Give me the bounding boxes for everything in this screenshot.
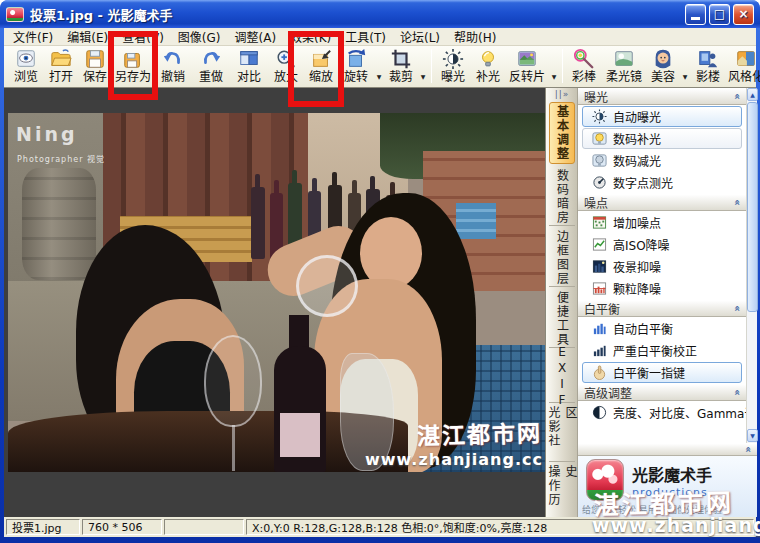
tab-exif[interactable]: EXIF (549, 351, 575, 403)
menu-forum[interactable]: 论坛(L) (393, 27, 447, 46)
collapse-chevron-icon[interactable]: « (731, 305, 742, 311)
compare-icon (237, 47, 261, 71)
app-icon (6, 7, 24, 22)
photo-watermark-url: www.zhanjiang.cc (365, 450, 543, 469)
stylize-button[interactable]: 风格化 (726, 47, 760, 87)
one-key-wb-item[interactable]: 白平衡一指键 (582, 362, 742, 383)
beauty-dropdown-arrow[interactable]: ▼ (680, 73, 690, 80)
scrollbar-thumb[interactable] (747, 102, 758, 312)
section-header-exposure[interactable]: 曝光« (578, 88, 746, 105)
crop-dropdown-arrow[interactable]: ▼ (418, 73, 428, 80)
auto-exposure-item[interactable]: 自动曝光 (582, 106, 742, 127)
brightness-contrast-gamma-item[interactable]: 亮度、对比度、Gamma调整 (582, 402, 742, 423)
menu-image[interactable]: 图像(G) (171, 27, 228, 46)
rotate-icon (344, 47, 368, 71)
collapse-chevron-icon[interactable]: « (731, 199, 742, 205)
panel-tab-strip: ||» 基本调整 数码暗房 边框图层 便捷工具 EXIF 光影社区 操作历史 (546, 88, 578, 517)
stylize-icon (734, 47, 758, 71)
section-header-noise[interactable]: 噪点« (578, 194, 746, 211)
crop-icon (389, 47, 413, 71)
toolbar-separator (431, 49, 432, 83)
save-button[interactable]: 保存 (78, 47, 112, 87)
browse-button[interactable]: 浏览 (8, 47, 44, 87)
menu-tools[interactable]: 工具(T) (338, 27, 393, 46)
save-icon (84, 47, 106, 71)
tab-history[interactable]: 操作历史 (549, 465, 575, 521)
add-noise-icon (591, 215, 608, 230)
tab-basic-adjust[interactable]: 基本调整 (549, 102, 575, 164)
grain-denoise-item[interactable]: 颗粒降噪 (582, 278, 742, 299)
close-button[interactable]: × (733, 4, 754, 25)
maximize-button[interactable]: □ (709, 4, 730, 25)
auto-white-balance-icon (591, 321, 608, 336)
digital-fill-light-item[interactable]: 数码补光 (582, 128, 742, 149)
annotation-box-resize (288, 31, 344, 107)
night-denoise-icon (591, 259, 608, 274)
collapse-chevron-icon[interactable]: « (742, 446, 753, 452)
fill-light-button[interactable]: 补光 (471, 47, 505, 87)
photo-blue-sign (456, 203, 496, 239)
studio-icon (696, 47, 720, 71)
photo-held-wine-glass (296, 255, 358, 317)
collapse-chevron-icon[interactable]: « (731, 93, 742, 99)
color-wand-button[interactable]: 彩棒 (566, 47, 602, 87)
section-header-white-balance[interactable]: 白平衡« (578, 300, 746, 317)
photo-wine-glass-stem (232, 425, 235, 471)
digital-dim-light-item[interactable]: 数码减光 (582, 150, 742, 171)
undo-button[interactable]: 撤销 (154, 47, 192, 87)
undo-icon (161, 47, 185, 71)
menu-file[interactable]: 文件(F) (6, 27, 60, 46)
spot-metering-item[interactable]: 数字点测光 (582, 172, 742, 193)
application-window: 投票1.jpg - 光影魔术手 □ × 文件(F) 编辑(E) 查看(V) 图像… (0, 0, 760, 543)
reversal-film-dropdown-arrow[interactable]: ▼ (549, 73, 559, 80)
tab-community[interactable]: 光影社区 (549, 406, 575, 462)
add-noise-item[interactable]: 增加噪点 (582, 212, 742, 233)
digital-dim-light-icon (591, 153, 608, 168)
section-header-advanced-adjust[interactable]: 高级调整« (578, 384, 746, 401)
scroll-down-arrow[interactable]: ▼ (747, 429, 758, 442)
tab-handy-tools[interactable]: 便捷工具 (549, 290, 575, 348)
severe-wb-correction-icon (591, 343, 608, 358)
menu-edit[interactable]: 编辑(E) (60, 27, 115, 46)
photo-wine-glass (204, 335, 262, 427)
maximize-icon: □ (714, 7, 725, 21)
panel-collapse-icon[interactable]: ||» (546, 89, 578, 99)
title-bar[interactable]: 投票1.jpg - 光影魔术手 □ × (0, 0, 760, 28)
menu-adjust[interactable]: 调整(A) (227, 27, 283, 46)
image-canvas[interactable]: Ning Photographer 视觉 湛江都市网 www.zhanjiang… (4, 88, 545, 517)
photo: Ning Photographer 视觉 湛江都市网 www.zhanjiang… (8, 113, 545, 472)
open-button[interactable]: 打开 (44, 47, 78, 87)
exposure-button[interactable]: 曝光 (435, 47, 471, 87)
photographer-logo-subtitle: Photographer 视觉 (17, 153, 105, 164)
tab-digital-darkroom[interactable]: 数码暗房 (549, 168, 575, 226)
wine-bottle (251, 187, 265, 259)
reversal-film-icon (515, 47, 539, 71)
collapse-chevron-icon[interactable]: « (731, 389, 742, 395)
severe-wb-correction-item[interactable]: 严重白平衡校正 (582, 340, 742, 361)
crop-button[interactable]: 裁剪 (384, 47, 418, 87)
panel-scrollbar[interactable]: ▲ ▼ (746, 88, 757, 443)
night-denoise-item[interactable]: 夜景抑噪 (582, 256, 742, 277)
high-iso-denoise-item[interactable]: 高ISO降噪 (582, 234, 742, 255)
scroll-up-arrow[interactable]: ▲ (747, 88, 758, 101)
compare-button[interactable]: 对比 (230, 47, 268, 87)
color-wand-icon (572, 47, 596, 71)
toolbar-separator (562, 49, 563, 83)
reversal-film-button[interactable]: 反转片 (505, 47, 549, 87)
redo-button[interactable]: 重做 (192, 47, 230, 87)
beauty-button[interactable]: 美容 (646, 47, 680, 87)
soft-focus-icon (612, 47, 636, 71)
studio-button[interactable]: 影楼 (690, 47, 726, 87)
photo-bottle-label (280, 413, 320, 457)
exposure-icon (441, 47, 465, 71)
minimize-icon (691, 17, 700, 20)
soft-focus-button[interactable]: 柔光镜 (602, 47, 646, 87)
menu-help[interactable]: 帮助(H) (447, 27, 503, 46)
photo-stone-barrel (22, 168, 96, 280)
beauty-icon (651, 47, 675, 71)
minimize-button[interactable] (685, 4, 706, 25)
rotate-dropdown-arrow[interactable]: ▼ (374, 73, 384, 80)
banner-section-header[interactable]: « (578, 443, 757, 456)
tab-border-layers[interactable]: 边框图层 (549, 229, 575, 287)
auto-white-balance-item[interactable]: 自动白平衡 (582, 318, 742, 339)
